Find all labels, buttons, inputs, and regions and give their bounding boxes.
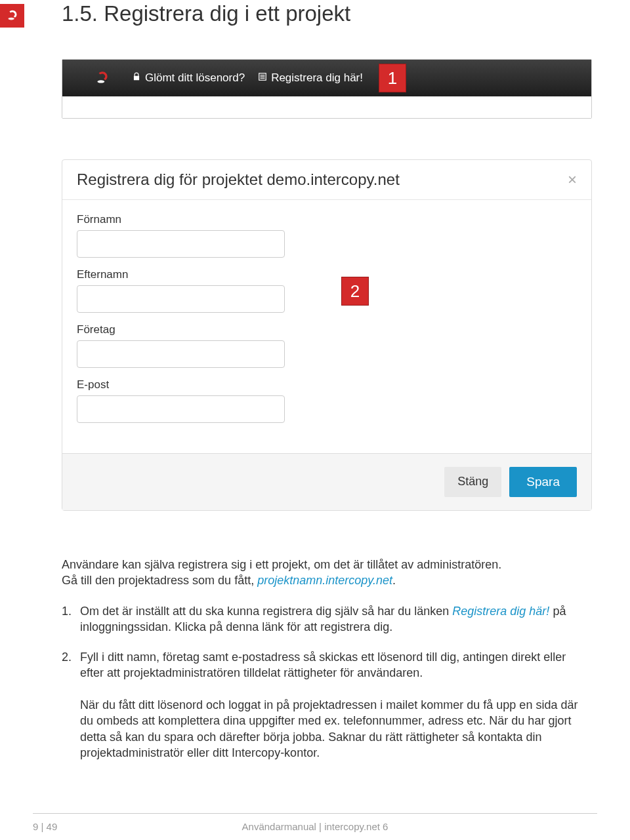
firstname-input[interactable] (77, 230, 285, 258)
lastname-input[interactable] (77, 285, 285, 313)
list-icon (258, 71, 267, 85)
register-here-link[interactable]: Registrera dig här! (258, 71, 363, 85)
close-icon[interactable]: × (568, 172, 577, 188)
callout-marker-1: 1 (379, 64, 406, 92)
step-2-number: 2. (62, 649, 71, 761)
step-2-paragraph-1: Fyll i ditt namn, företag samt e-postadr… (80, 650, 566, 679)
save-button[interactable]: Spara (509, 467, 577, 497)
intercopy-logo-icon (94, 70, 111, 87)
company-label: Företag (77, 323, 577, 336)
page-number: 9 | 49 (33, 821, 57, 832)
register-here-inline-link: Registrera dig här! (452, 605, 549, 618)
email-label: E-post (77, 378, 577, 391)
step-1: 1. Om det är inställt att du ska kunna r… (62, 603, 592, 635)
intro-line-2-post: . (392, 574, 396, 587)
svg-point-1 (97, 80, 104, 83)
forgot-password-label: Glömt ditt lösenord? (145, 71, 245, 85)
project-url-example: projektnamn.intercopy.net (257, 574, 392, 587)
page-footer: 9 | 49 Användarmanual | intercopy.net 6 (0, 821, 630, 832)
firstname-label: Förnamn (77, 213, 577, 226)
svg-point-0 (8, 18, 14, 20)
close-button[interactable]: Stäng (444, 467, 501, 497)
lastname-label: Efternamn (77, 268, 577, 281)
lock-icon (132, 71, 141, 85)
footer-title: Användarmanual | intercopy.net 6 (242, 821, 388, 832)
section-heading: 1.5. Registrera dig i ett projekt (62, 1, 592, 26)
step-2-paragraph-2: När du fått ditt lösenord och loggat in … (80, 698, 578, 759)
brand-tab-icon (0, 4, 24, 28)
register-here-label: Registrera dig här! (271, 71, 363, 85)
step-1-number: 1. (62, 603, 71, 635)
step-1-text-pre: Om det är inställt att du ska kunna regi… (80, 605, 452, 618)
step-2: 2. Fyll i ditt namn, företag samt e-post… (62, 649, 592, 761)
topbar-screenshot: Glömt ditt lösenord? Registrera dig här!… (62, 59, 592, 119)
intro-line-2-pre: Gå till den projektadress som du fått, (62, 574, 257, 587)
footer-rule (33, 813, 597, 814)
register-dialog-screenshot: Registrera dig för projektet demo.interc… (62, 159, 592, 511)
callout-marker-2: 2 (341, 277, 369, 306)
forgot-password-link[interactable]: Glömt ditt lösenord? (132, 71, 245, 85)
intro-paragraph: Användare kan själva registrera sig i et… (62, 557, 592, 589)
email-input[interactable] (77, 395, 285, 423)
intro-line-1: Användare kan själva registrera sig i et… (62, 558, 501, 571)
company-input[interactable] (77, 340, 285, 368)
dialog-title: Registrera dig för projektet demo.interc… (77, 170, 400, 189)
